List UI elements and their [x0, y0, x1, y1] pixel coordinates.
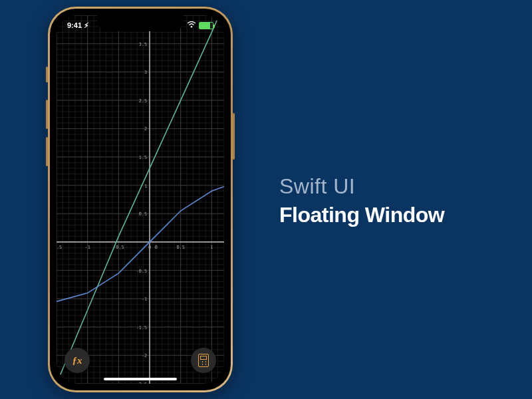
svg-text:2: 2: [144, 126, 147, 132]
svg-text:0.5: 0.5: [176, 245, 184, 250]
phone-screen: 9:41 ⚡︎ -1.5-1-0.500.51-2.5-2-1.5-1-0.50…: [57, 15, 224, 384]
headline-line-2: Floating Window: [279, 203, 444, 227]
phone-bezel: 9:41 ⚡︎ -1.5-1-0.500.51-2.5-2-1.5-1-0.50…: [50, 9, 231, 390]
svg-text:0: 0: [148, 245, 151, 250]
chart-svg[interactable]: -1.5-1-0.500.51-2.5-2-1.5-1-0.50.511.522…: [57, 15, 224, 384]
notch: [97, 15, 184, 31]
svg-text:-2: -2: [142, 353, 147, 358]
calculator-icon: [198, 354, 209, 367]
calculator-button[interactable]: [191, 348, 216, 373]
svg-text:-1: -1: [142, 297, 147, 302]
function-button[interactable]: ƒx: [65, 348, 90, 373]
svg-text:1: 1: [144, 184, 147, 189]
wifi-icon: [187, 21, 196, 29]
volume-down-button: [46, 137, 48, 166]
phone-frame: 9:41 ⚡︎ -1.5-1-0.500.51-2.5-2-1.5-1-0.50…: [48, 7, 233, 392]
stage: Swift UI Floating Window 9:41 ⚡︎: [0, 0, 532, 399]
svg-text:3.5: 3.5: [139, 42, 147, 47]
svg-text:-2.5: -2.5: [136, 382, 147, 384]
svg-text:-1: -1: [85, 245, 90, 250]
svg-text:0.5: 0.5: [139, 211, 147, 217]
status-right: [187, 21, 213, 29]
svg-text:1.5: 1.5: [139, 155, 147, 160]
svg-point-0: [191, 26, 192, 27]
headline-line-1: Swift UI: [279, 174, 444, 199]
svg-text:-0.5: -0.5: [136, 268, 147, 273]
svg-text:2.5: 2.5: [139, 98, 147, 104]
home-indicator[interactable]: [104, 378, 177, 380]
svg-text:1: 1: [210, 245, 213, 250]
volume-up-button: [46, 100, 48, 129]
status-time: 9:41 ⚡︎: [67, 21, 89, 30]
fx-icon: ƒx: [72, 355, 82, 366]
power-button: [233, 113, 235, 160]
svg-text:-1.5: -1.5: [136, 325, 147, 331]
mute-switch: [46, 66, 48, 82]
graph-area[interactable]: -1.5-1-0.500.51-2.5-2-1.5-1-0.50.511.522…: [57, 15, 224, 384]
battery-icon: [199, 22, 213, 29]
headline: Swift UI Floating Window: [279, 174, 444, 227]
svg-text:-1.5: -1.5: [57, 245, 62, 250]
svg-text:3: 3: [144, 70, 147, 75]
svg-text:0: 0: [155, 245, 158, 250]
